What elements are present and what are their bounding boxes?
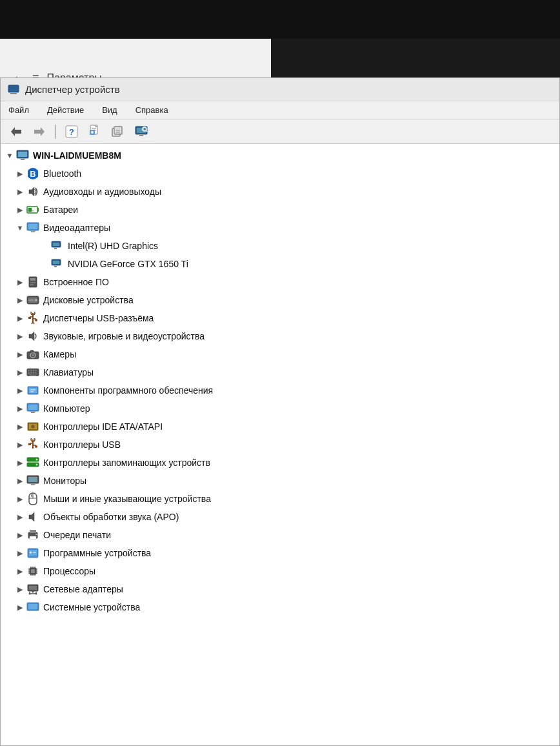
tree-usb[interactable]: ▶ Контроллеры USB: [1, 436, 559, 454]
tree-display[interactable]: ▼ Видеоадаптеры: [1, 219, 559, 237]
network-expander[interactable]: ▶: [15, 584, 25, 594]
svg-rect-41: [53, 243, 59, 246]
camera-expander[interactable]: ▶: [15, 349, 25, 359]
tree-mouse[interactable]: ▶ Мыши и иные указывающие устройства: [1, 490, 559, 508]
menu-help[interactable]: Справка: [133, 104, 171, 116]
svg-rect-75: [30, 372, 32, 374]
device-manager-icon: [7, 83, 20, 96]
svg-rect-42: [54, 248, 57, 249]
apo-label: Объекты обработки звука (APO): [43, 512, 179, 522]
storage-ctrl-icon: [26, 456, 39, 469]
tree-ide[interactable]: ▶ Контроллеры IDE ATA/ATAPI: [1, 418, 559, 436]
tree-nvidia-gpu[interactable]: ▶ NVIDIA GeForce GTX 1650 Ti: [1, 255, 559, 273]
camera-label: Камеры: [43, 349, 76, 359]
svg-rect-47: [53, 265, 58, 266]
prog-dev-icon: [26, 547, 39, 560]
root-expander[interactable]: ▼: [5, 150, 15, 161]
tree-intel-gpu[interactable]: ▶ Intel(R) UHD Graphics: [1, 237, 559, 255]
svg-point-61: [35, 319, 37, 321]
tree-apo[interactable]: ▶ Объекты обработки звука (APO): [1, 508, 559, 526]
tree-camera[interactable]: ▶ Камеры: [1, 345, 559, 363]
tree-network[interactable]: ▶ Сетевые адаптеры: [1, 580, 559, 598]
svg-point-137: [29, 593, 31, 595]
svg-rect-71: [30, 370, 32, 371]
nvidia-gpu-icon: [51, 257, 64, 270]
tree-system[interactable]: ▶ Системные устройства: [1, 598, 559, 616]
system-label: Системные устройства: [43, 602, 140, 612]
intel-gpu-icon: [51, 239, 64, 252]
tree-sound[interactable]: ▶ Звуковые, игровые и видеоустройства: [1, 327, 559, 345]
svg-rect-49: [30, 278, 35, 281]
toolbar-monitor-btn[interactable]: [131, 123, 152, 141]
toolbar-back-btn[interactable]: [6, 123, 26, 141]
sound-expander[interactable]: ▶: [15, 331, 25, 341]
svg-rect-74: [28, 372, 30, 374]
tree-keyboard[interactable]: ▶ Клавиатуры: [1, 363, 559, 381]
svg-rect-76: [33, 372, 34, 374]
battery-expander[interactable]: ▶: [15, 205, 25, 215]
device-tree[interactable]: ▼ WIN-LAIDMUEMB8M ▶ B Bluetooth: [1, 144, 559, 745]
cpu-expander[interactable]: ▶: [15, 566, 25, 576]
svg-rect-141: [28, 604, 37, 609]
tree-battery[interactable]: ▶ + Батареи: [1, 201, 559, 219]
toolbar-forward-btn[interactable]: [29, 123, 50, 141]
mouse-expander[interactable]: ▶: [15, 494, 25, 504]
tree-software-comp[interactable]: ▶ Компоненты программного обеспечения: [1, 381, 559, 399]
svg-rect-72: [33, 370, 34, 371]
tree-firmware[interactable]: ▶ Встроенное ПО: [1, 273, 559, 291]
display-expander[interactable]: ▼: [15, 223, 25, 233]
svg-rect-94: [28, 443, 31, 445]
svg-line-63: [33, 322, 34, 324]
toolbar-scan-btn[interactable]: [108, 123, 128, 141]
svg-rect-39: [30, 230, 36, 232]
print-expander[interactable]: ▶: [15, 530, 25, 540]
audio-io-expander[interactable]: ▶: [15, 186, 25, 197]
toolbar-doc-btn[interactable]: [85, 123, 105, 141]
nvidia-gpu-label: NVIDIA GeForce GTX 1650 Ti: [68, 259, 188, 269]
tree-root[interactable]: ▼ WIN-LAIDMUEMB8M: [1, 146, 559, 165]
tree-cpu[interactable]: ▶ Процес: [1, 562, 559, 580]
software-comp-expander[interactable]: ▶: [15, 385, 25, 396]
firmware-expander[interactable]: ▶: [15, 277, 25, 287]
bluetooth-expander[interactable]: ▶: [15, 168, 25, 179]
root-label: WIN-LAIDMUEMB8M: [33, 150, 121, 161]
menu-action[interactable]: Действие: [45, 104, 86, 116]
svg-rect-33: [37, 208, 39, 212]
usb-ctrl-expander[interactable]: ▶: [15, 313, 25, 323]
system-expander[interactable]: ▶: [15, 602, 25, 612]
svg-rect-70: [28, 370, 30, 371]
usb-expander[interactable]: ▶: [15, 439, 25, 450]
root-computer-icon: [16, 149, 29, 162]
sound-label: Звуковые, игровые и видеоустройства: [43, 331, 205, 341]
apo-expander[interactable]: ▶: [15, 512, 25, 522]
storage-ctrl-expander[interactable]: ▶: [15, 458, 25, 468]
toolbar-help-btn[interactable]: ?: [61, 123, 82, 141]
tree-computer[interactable]: ▶ Компьютер: [1, 399, 559, 418]
tree-print[interactable]: ▶ Очереди печати: [1, 526, 559, 544]
menu-file[interactable]: Файл: [6, 104, 32, 116]
tree-monitor[interactable]: ▶ Мониторы: [1, 472, 559, 490]
disk-expander[interactable]: ▶: [15, 295, 25, 305]
ide-expander[interactable]: ▶: [15, 421, 25, 432]
monitor-expander[interactable]: ▶: [15, 476, 25, 486]
usb-icon: [26, 438, 39, 451]
svg-rect-1: [10, 93, 17, 94]
tree-bluetooth[interactable]: ▶ B Bluetooth: [1, 165, 559, 183]
tree-audio-io[interactable]: ▶ Аудиовходы и аудиовыходы: [1, 183, 559, 201]
usb-ctrl-icon: [26, 312, 39, 325]
firmware-label: Встроенное ПО: [43, 277, 109, 287]
tree-prog-dev[interactable]: ▶ Программные устройства: [1, 544, 559, 562]
mouse-label: Мыши и иные указывающие устройства: [43, 494, 211, 504]
prog-dev-expander[interactable]: ▶: [15, 548, 25, 558]
menu-view[interactable]: Вид: [99, 104, 120, 116]
tree-disk[interactable]: ▶ Дисковые устройства: [1, 291, 559, 309]
tree-storage-ctrl[interactable]: ▶ Контроллеры запоминающих устройств: [1, 454, 559, 472]
computer-expander[interactable]: ▶: [15, 403, 25, 414]
tree-usb-ctrl[interactable]: ▶ Диспетчеры USB-разъёма: [1, 309, 559, 327]
svg-rect-59: [28, 317, 31, 319]
keyboard-expander[interactable]: ▶: [15, 367, 25, 378]
svg-point-138: [35, 593, 37, 595]
usb-ctrl-label: Диспетчеры USB-разъёма: [43, 313, 154, 323]
device-manager-window: Диспетчер устройств Файл Действие Вид Сп…: [0, 77, 560, 746]
keyboard-label: Клавиатуры: [43, 367, 94, 378]
